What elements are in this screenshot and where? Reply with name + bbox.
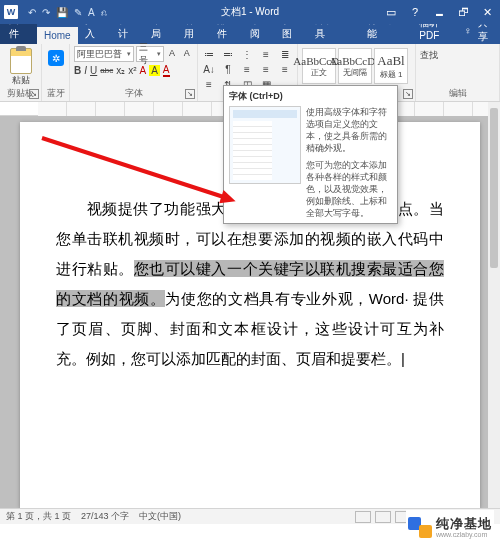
shrink-font-icon[interactable]: A	[180, 46, 193, 60]
align-right-icon[interactable]: ≡	[278, 63, 292, 75]
style-no-spacing[interactable]: AaBbCcDd无间隔	[338, 48, 372, 84]
tooltip-text-2: 您可为您的文本添加各种各样的样式和颜色，以及视觉效果，例如删除线、上标和全部大写…	[306, 159, 392, 220]
highlight-button[interactable]: A	[149, 65, 160, 76]
ribbon-options-icon[interactable]: ▭	[380, 0, 402, 24]
qat-save-icon[interactable]: 💾	[56, 7, 68, 18]
numbering-icon[interactable]: ≕	[221, 48, 235, 60]
bluetooth-icon[interactable]: ✲	[48, 50, 64, 66]
qat-undo-icon[interactable]: ↶	[28, 7, 36, 18]
quick-access-toolbar: ↶ ↷ 💾 ✎ A ⎌	[28, 7, 107, 18]
subscript-button[interactable]: x₂	[116, 65, 125, 76]
paste-label[interactable]: 粘贴	[4, 74, 37, 87]
superscript-button[interactable]: x²	[128, 65, 136, 76]
view-print-layout[interactable]	[375, 511, 391, 523]
tab-home[interactable]: Home	[37, 27, 78, 44]
font-name-combo[interactable]: 阿里巴巴普▾	[74, 46, 134, 62]
group-bluetooth: ✲ 蓝牙	[42, 44, 70, 101]
font-size-combo[interactable]: 三号▾	[136, 46, 164, 62]
ribbon-tabs: 文件 Home 插入 设计 布局 引用 邮件 审阅 视图 开发工具 特色功能 福…	[0, 24, 500, 44]
clipboard-launcher[interactable]: ↘	[29, 89, 39, 99]
tooltip-title: 字体 (Ctrl+D)	[229, 90, 392, 103]
align-left-icon[interactable]: ≡	[240, 63, 254, 75]
underline-button[interactable]: U	[90, 65, 97, 76]
title-bar: W ↶ ↷ 💾 ✎ A ⎌ 文档1 - Word ▭ ? 🗕 🗗 ✕	[0, 0, 500, 24]
font-color-button[interactable]: A	[163, 64, 170, 77]
text-effects-button[interactable]: A	[140, 65, 147, 76]
watermark-logo-icon	[408, 514, 432, 538]
qat-redo-icon[interactable]: ↷	[42, 7, 50, 18]
sort-icon[interactable]: A↓	[202, 63, 216, 75]
font-group-label: 字体	[74, 87, 193, 101]
qat-more-icon[interactable]: ⎌	[101, 7, 107, 18]
bullets-icon[interactable]: ≔	[202, 48, 216, 60]
help-icon[interactable]: ?	[404, 0, 426, 24]
italic-button[interactable]: I	[84, 65, 87, 76]
tell-me-icon[interactable]: ♀	[464, 25, 472, 36]
find-button[interactable]: 查找	[420, 49, 495, 62]
window-title: 文档1 - Word	[221, 5, 279, 19]
tooltip-text-1: 使用高级字体和字符选项自定义您的文本，使之具备所需的精确外观。	[306, 106, 392, 155]
watermark: 纯净基地 www.czlaby.com	[406, 510, 494, 542]
group-editing: 查找 编辑	[416, 44, 500, 101]
justify-icon[interactable]: ≡	[202, 78, 216, 90]
style-heading1[interactable]: AaBl标题 1	[374, 48, 408, 84]
status-word-count[interactable]: 27/143 个字	[81, 510, 129, 523]
font-dialog-launcher[interactable]: ↘	[185, 89, 195, 99]
bold-button[interactable]: B	[74, 65, 81, 76]
group-clipboard: 粘贴 剪贴板 ↘	[0, 44, 42, 101]
font-dialog-tooltip: 字体 (Ctrl+D) 使用高级字体和字符选项自定义您的文本，使之具备所需的精确…	[223, 85, 398, 224]
scrollbar-thumb[interactable]	[490, 108, 498, 268]
decrease-indent-icon[interactable]: ≡	[259, 48, 273, 60]
qat-font-icon[interactable]: A	[88, 7, 95, 18]
strikethrough-button[interactable]: abc	[100, 66, 113, 75]
maximize-button[interactable]: 🗗	[452, 0, 474, 24]
status-language[interactable]: 中文(中国)	[139, 510, 181, 523]
grow-font-icon[interactable]: A	[166, 46, 179, 60]
watermark-url: www.czlaby.com	[436, 531, 492, 538]
qat-edit-icon[interactable]: ✎	[74, 7, 82, 18]
group-font: 阿里巴巴普▾ 三号▾ A A B I U abc x₂ x² A A A 字体 …	[70, 44, 198, 101]
close-button[interactable]: ✕	[476, 0, 498, 24]
increase-indent-icon[interactable]: ≣	[278, 48, 292, 60]
vertical-scrollbar[interactable]	[488, 102, 500, 508]
minimize-button[interactable]: 🗕	[428, 0, 450, 24]
status-page[interactable]: 第 1 页，共 1 页	[6, 510, 71, 523]
bluetooth-group-label: 蓝牙	[46, 87, 65, 101]
styles-launcher[interactable]: ↘	[403, 89, 413, 99]
tooltip-preview-image	[229, 106, 301, 184]
editing-group-label: 编辑	[420, 87, 495, 101]
show-marks-icon[interactable]: ¶	[221, 63, 235, 75]
word-app-icon: W	[4, 5, 18, 19]
multilevel-icon[interactable]: ⋮	[240, 48, 254, 60]
watermark-text: 纯净基地	[436, 515, 492, 533]
align-center-icon[interactable]: ≡	[259, 63, 273, 75]
paste-icon[interactable]	[10, 48, 32, 74]
view-read-mode[interactable]	[355, 511, 371, 523]
